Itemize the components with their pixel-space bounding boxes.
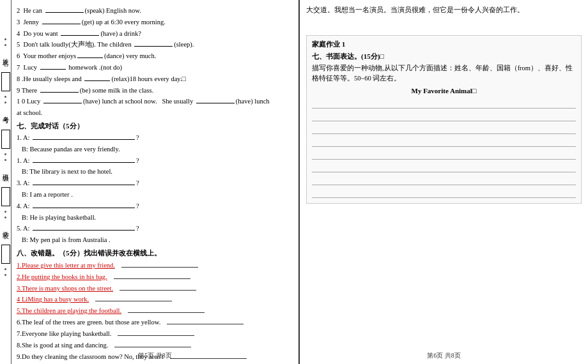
d5b: B: My pen pal is from Australia . [17,235,292,246]
school-box [1,245,10,264]
blank-6-3 [42,24,81,24]
section8-title: 八、改错题。（5分）找出错误并改在横线上。 [17,248,292,258]
d2a: 1. A: ? [17,156,292,167]
right-page: 大交道。我想当一名演员。当演员很难，但它是一份令人兴奋的工作。 家庭作业 1 七… [300,0,588,364]
q6-7: 7 Lucy homework .(not do) [17,63,292,73]
label-name: 姓名： [1,54,10,64]
pages-wrapper: 2 He can (speak) English now. 3 Jenny (g… [12,0,588,364]
q6-8: 8 .He usually sleeps and (relax)18 hours… [17,74,292,85]
err1: 1.Please give this letter at my friend. [17,260,292,271]
err7-blank [118,335,194,336]
answer-line-6 [312,161,576,172]
q6-4: 4 Do you want (have) a drink? [17,29,292,40]
d4b: B: He is playing basketball. [17,213,292,224]
d4a: 4. A: ? [17,201,292,212]
blank-6-6 [77,57,103,58]
label-class: 班级： [1,169,10,179]
err6-text: 6.The leaf of the trees are green. but t… [17,317,160,328]
err4-text: 4 LiMing has a busy work. [17,294,89,305]
homework-label: 家庭作业 1 [312,40,576,49]
hw-section: 家庭作业 1 七、书面表达。(15分)□ 描写你喜爱的一种动物,从以下几个方面描… [306,35,582,204]
q6-3: 3 Jenny (get) up at 6:30 every morning. [17,17,292,28]
d1b: B: Because pandas are very friendly. [17,144,292,155]
err7-text: 7.Everyone like playing basketball. [17,328,111,340]
label-id: 考号： [1,111,10,121]
d2b: B: The library is next to the hotel. [17,167,292,178]
q6-2: 2 He can (speak) English now. [17,6,292,17]
d3b: B: I am a reporter . [17,190,292,201]
q6-6: 6 Your mother enjoys(dance) very much. [17,51,292,62]
answer-line-1 [312,97,576,109]
err6-blank [167,324,244,324]
q6-10-cont: at school. [17,108,292,119]
err2-blank [114,278,190,279]
id-box [1,130,10,149]
err5-blank [128,312,205,313]
blank-6-7 [40,69,66,70]
blank-6-8 [84,80,110,81]
blank-6-10b [196,103,235,103]
d3a: 3. A: ? [17,178,292,189]
err4-blank [95,301,172,301]
answer-line-7 [312,174,576,185]
err2-text: 2.He putting the books in his bag. [17,271,107,283]
hw-section7-title: 七、书面表达。(15分)□ [312,52,576,61]
animal-title: My Favorite Animal□ [312,87,576,95]
blank-6-4 [61,35,99,36]
blank-6-2 [45,12,84,13]
right-intro: 大交道。我想当一名演员。当演员很难，但它是一份令人兴奋的工作。 [306,5,582,16]
label-school: 学校： [1,226,10,236]
answer-line-3 [312,123,576,134]
err7: 7.Everyone like playing basketball. [17,328,292,340]
q6-9: 9 There (be) some milk in the class. [17,86,292,96]
err3-text: 3.There is many shops on the street. [17,283,113,294]
hw-instruction: 描写你喜爱的一种动物,从以下几个方面描述：姓名、年龄、国籍（from）、喜好、性… [312,63,576,84]
answer-lines-group [312,97,576,198]
err1-blank [121,267,198,268]
err8-text: 8.She is good at sing and dancing. [17,340,108,351]
blank-d4a [33,208,135,208]
blank-d2a [33,162,135,163]
d1a: 1. A: ? [17,133,292,144]
q6-5: 5 Don't talk loudly(大声地). The children (… [17,40,292,50]
err8: 8.She is good at sing and dancing. [17,340,292,351]
err4: 4 LiMing has a busy work. [17,294,292,305]
blank-d1a [33,139,135,140]
err2: 2.He putting the books in his bag. [17,271,292,283]
answer-line-8 [312,186,576,198]
class-box [1,187,10,206]
err9-blank [170,358,247,359]
homework-box: 家庭作业 1 七、书面表达。(15分)□ 描写你喜爱的一种动物,从以下几个方面描… [306,35,582,204]
blank-6-9 [40,92,79,93]
answer-line-4 [312,135,576,147]
err1-text: 1.Please give this letter at my friend. [17,260,115,271]
section7-title: 七、完成对话（5分） [17,121,292,131]
left-page: 2 He can (speak) English now. 3 Jenny (g… [12,0,300,364]
err6: 6.The leaf of the trees are green. but t… [17,317,292,328]
err5-text: 5.The children are playing the football. [17,305,121,317]
margin-side: 姓名： 考号： 班级： 学校： [0,0,12,364]
blank-6-10a [43,103,82,103]
blank-d3a [33,185,135,185]
blank-6-5 [134,46,173,47]
page-container: 姓名： 考号： 班级： 学校： 2 He can (speak) English… [0,0,588,364]
err3: 3.There is many shops on the street. [17,283,292,294]
right-page-footer: 第6页 共8页 [427,351,461,360]
name-box [1,72,10,91]
err5: 5.The children are playing the football. [17,305,292,317]
d5a: 5. A: ? [17,224,292,234]
blank-d5a [33,230,135,231]
answer-line-5 [312,148,576,160]
err3-blank [120,290,196,291]
q6-10: 1 0 Lucy (have) lunch at school now. She… [17,96,292,107]
answer-line-2 [312,110,576,121]
left-page-footer: 第5页 共8页 [138,351,172,360]
err8-blank [114,347,191,347]
